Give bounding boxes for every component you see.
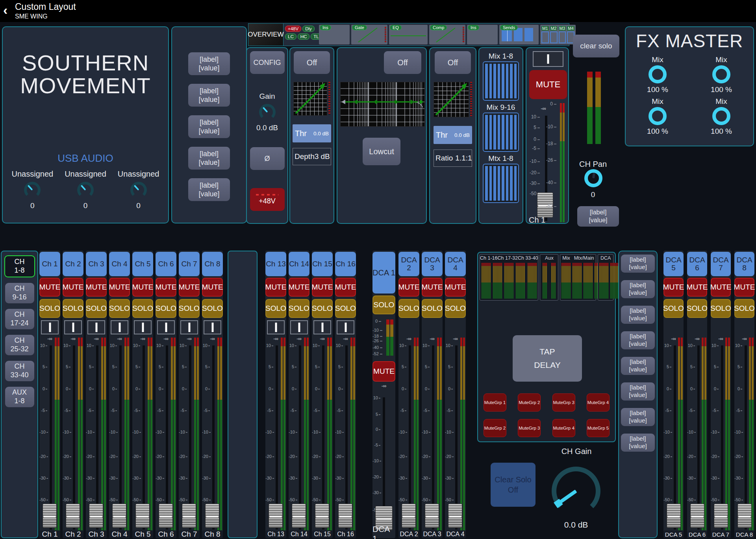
comp-ratio-row[interactable]: Ratio 1.1:1 [434, 150, 472, 167]
mute-button[interactable]: MUTE [156, 278, 176, 297]
channel-scribble[interactable]: DCA 2 [398, 252, 419, 276]
custom-button[interactable]: [label][value] [621, 331, 655, 349]
pan-indicator[interactable] [533, 51, 563, 67]
custom-button[interactable]: [label][value] [188, 52, 230, 75]
fader-handle[interactable] [714, 504, 728, 528]
solo-button[interactable]: SOLO [687, 299, 707, 318]
tap-delay-button[interactable]: TAP DELAY [513, 335, 582, 382]
clear-solo-off-button[interactable]: Clear Solo Off [491, 463, 536, 507]
fx-mix-knob[interactable] [712, 107, 730, 125]
mute-button[interactable]: MUTE [663, 278, 684, 297]
channel-scribble[interactable]: Ch 14 [289, 252, 309, 276]
pan-indicator[interactable] [337, 320, 354, 334]
fader-handle[interactable] [338, 504, 352, 528]
phantom-button[interactable]: +48V [250, 188, 285, 211]
fader-handle[interactable] [89, 504, 103, 528]
pan-indicator[interactable] [111, 320, 128, 334]
fader-track[interactable] [212, 345, 215, 530]
pan-indicator[interactable] [313, 320, 331, 334]
phase-button[interactable]: Ø [250, 147, 285, 170]
fx-mix-knob[interactable] [649, 65, 667, 83]
channel-scribble[interactable]: Ch 7 [179, 252, 200, 276]
fader-track[interactable] [143, 345, 145, 530]
solo-button[interactable]: SOLO [734, 299, 754, 318]
eq-off-button[interactable]: Off [384, 51, 421, 74]
fader-track[interactable] [276, 345, 278, 530]
mutegroup-button[interactable]: MuteGrp 3 [552, 393, 575, 412]
fader-handle[interactable] [737, 504, 752, 528]
send-group-meters[interactable] [483, 164, 519, 203]
custom-button[interactable]: [label][value] [188, 147, 230, 170]
fader-handle[interactable] [159, 504, 173, 528]
fx-mix-knob[interactable] [712, 65, 730, 83]
solo-button[interactable]: SOLO [109, 299, 130, 318]
channel-scribble[interactable]: DCA 6 [687, 252, 707, 276]
fader-handle[interactable] [66, 504, 80, 528]
fader-track[interactable] [697, 345, 700, 530]
comp-off-button[interactable]: Off [435, 51, 471, 74]
solo-button[interactable]: SOLO [39, 299, 60, 318]
channel-scribble[interactable]: Ch 3 [86, 252, 107, 276]
insert-thumbnail[interactable]: Ins [319, 25, 350, 44]
channel-scribble[interactable]: Ch 8 [202, 252, 223, 276]
solo-button[interactable]: SOLO [312, 299, 333, 318]
solo-button[interactable]: SOLO [63, 299, 83, 318]
solo-button[interactable]: SOLO [335, 299, 356, 318]
channel-scribble[interactable]: DCA 8 [734, 252, 754, 276]
solo-button[interactable]: SOLO [445, 299, 466, 318]
solo-button[interactable]: SOLO [398, 299, 419, 318]
custom-button[interactable]: [label][value] [188, 115, 230, 138]
channel-scribble[interactable]: Ch 4 [109, 252, 130, 276]
fx-mix-knob[interactable] [649, 107, 667, 125]
custom-button[interactable]: [label][value] [621, 357, 655, 375]
custom-button[interactable]: [label][value] [621, 255, 655, 273]
mute-button[interactable]: MUTE [398, 278, 419, 297]
pan-indicator[interactable] [41, 320, 59, 334]
pan-indicator[interactable] [204, 320, 221, 334]
channel-scribble[interactable]: Ch 2 [63, 252, 83, 276]
fader-handle[interactable] [135, 504, 150, 528]
fader-track[interactable] [50, 345, 52, 530]
mute-button[interactable]: MUTE [132, 278, 153, 297]
insert2-thumbnail[interactable]: Ins [467, 25, 498, 44]
channel-scribble[interactable]: Ch 16 [335, 252, 356, 276]
fader-track[interactable] [166, 345, 168, 530]
eq-thumbnail[interactable]: EQ [389, 25, 428, 44]
channel-scribble[interactable]: DCA 3 [422, 252, 443, 276]
gain-knob[interactable] [259, 104, 276, 120]
solo-button[interactable]: SOLO [372, 295, 395, 314]
fader-track[interactable] [721, 345, 723, 530]
fader-track[interactable] [73, 345, 75, 530]
comp-threshold-row[interactable]: Thr 0.0 dB [434, 126, 472, 144]
mutegroup-button[interactable]: MuteGrp 3 [518, 419, 541, 437]
mute-button[interactable]: MUTE [289, 278, 309, 297]
pan-indicator[interactable] [64, 320, 82, 334]
mute-button[interactable]: MUTE [39, 278, 60, 297]
fader-track[interactable] [745, 345, 747, 530]
mutegroup-button[interactable]: MuteGrp 4 [552, 419, 575, 437]
mute-button[interactable]: MUTE [86, 278, 107, 297]
gate-off-button[interactable]: Off [294, 51, 330, 74]
lowcut-button[interactable]: Lowcut [363, 138, 400, 165]
solo-button[interactable]: SOLO [289, 299, 309, 318]
custom-button[interactable]: [label] [value] [577, 206, 619, 227]
mute-button[interactable]: MUTE [312, 278, 333, 297]
fader-handle[interactable] [292, 504, 306, 528]
solo-button[interactable]: SOLO [132, 299, 153, 318]
main-send-box[interactable] [541, 31, 549, 43]
mute-button[interactable]: MUTE [529, 70, 567, 99]
send-group-meters[interactable] [483, 61, 519, 101]
fader-handle[interactable] [205, 504, 219, 528]
solo-button[interactable]: SOLO [422, 299, 443, 318]
pan-indicator[interactable] [87, 320, 105, 334]
main-sends-thumbnail[interactable]: M1M2M3M4 [540, 25, 576, 44]
fader-handle[interactable] [690, 504, 704, 528]
custom-button[interactable]: [label][value] [621, 306, 655, 324]
channel-scribble[interactable]: Ch 13 [265, 252, 286, 276]
channel-scribble[interactable]: Ch 5 [132, 252, 153, 276]
fader-handle[interactable] [43, 504, 57, 528]
sidebar-item-ch-25-32[interactable]: CH25-32 [5, 335, 34, 355]
channel-scribble[interactable]: DCA 7 [711, 252, 731, 276]
mute-button[interactable]: MUTE [422, 278, 443, 297]
fader-track[interactable] [432, 345, 434, 530]
